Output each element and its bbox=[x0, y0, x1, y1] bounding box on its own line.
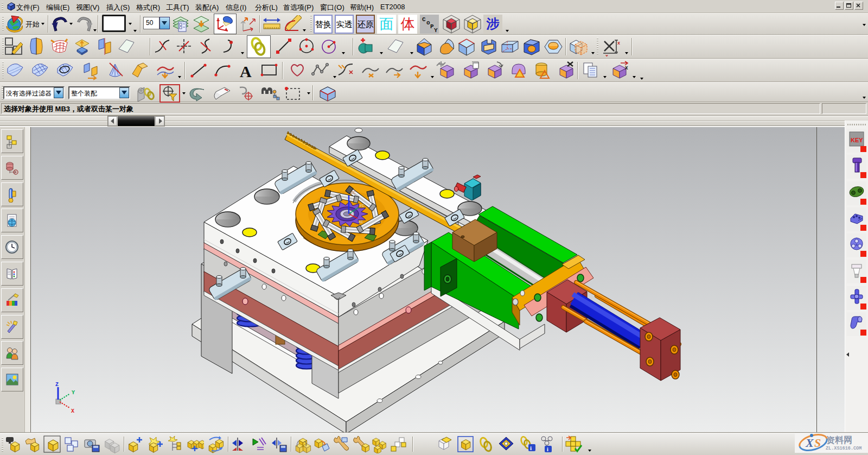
svg-text:i: i bbox=[547, 446, 548, 452]
svg-text:资料网: 资料网 bbox=[826, 435, 852, 445]
svg-text:Z: Z bbox=[55, 382, 59, 388]
svg-text:C: C bbox=[422, 16, 426, 23]
svg-text:ZL.XS1616.COM: ZL.XS1616.COM bbox=[826, 446, 861, 451]
svg-text:YC: YC bbox=[359, 203, 365, 208]
svg-text:S: S bbox=[814, 436, 821, 450]
svg-text:P: P bbox=[430, 23, 434, 30]
svg-text:X: X bbox=[805, 436, 814, 450]
svg-text:Y: Y bbox=[72, 390, 75, 396]
svg-text:i: i bbox=[530, 445, 532, 451]
svg-text:x: x bbox=[605, 53, 608, 56]
svg-text:X: X bbox=[71, 408, 74, 414]
svg-text:x: x bbox=[625, 65, 628, 71]
svg-text:Y: Y bbox=[434, 27, 438, 34]
svg-text:KEY: KEY bbox=[851, 137, 863, 143]
svg-text:A: A bbox=[240, 62, 252, 80]
svg-text:x: x bbox=[617, 40, 620, 46]
svg-text:o: o bbox=[426, 20, 430, 26]
svg-text:ZC: ZC bbox=[350, 190, 356, 195]
svg-text:XC: XC bbox=[358, 219, 363, 224]
